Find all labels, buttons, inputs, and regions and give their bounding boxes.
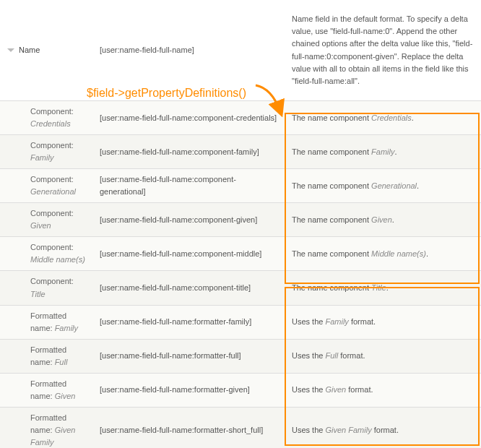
row-description: The name component Generational.: [285, 176, 481, 197]
row-desc-italic: Given Family: [325, 426, 371, 434]
row-label: Component: Credentials: [0, 101, 94, 134]
row-description: The name component Given.: [285, 210, 481, 231]
row-label-italic: Given: [55, 392, 76, 400]
row-description: Uses the Family format.: [285, 311, 481, 332]
row-label-italic: Middle name(s): [30, 255, 85, 264]
row-desc-suffix: format.: [338, 351, 365, 360]
row-desc-suffix: format.: [346, 385, 373, 394]
row-token: [user:name-field-full-name:component-cre…: [94, 108, 285, 129]
row-description: Uses the Given Family format.: [285, 420, 481, 441]
row-label-prefix: Component:: [30, 209, 74, 217]
table-row: Formatted name: Full[user:name-field-ful…: [0, 340, 481, 374]
row-desc-italic: Credentials: [371, 113, 412, 122]
table-row: Component: Given[user:name-field-full-na…: [0, 203, 481, 237]
row-desc-prefix: The name component: [292, 215, 371, 224]
row-label: Formatted name: Full: [0, 340, 94, 373]
row-label-italic: Credentials: [30, 119, 71, 128]
row-description: The name component Middle name(s).: [285, 244, 481, 264]
row-label-italic: Family: [30, 153, 53, 162]
row-desc-prefix: The name component: [292, 147, 371, 156]
row-label-prefix: Component:: [30, 175, 74, 184]
row-label: Component: Generational: [0, 169, 94, 202]
row-label-prefix: Component:: [30, 277, 74, 285]
row-desc-prefix: Uses the: [292, 351, 325, 360]
row-token: [user:name-field-full-name:formatter-giv…: [94, 379, 285, 400]
token-column-header: [user:name-field-full-name]: [94, 40, 285, 61]
expand-caret-icon[interactable]: [7, 48, 14, 52]
row-label: Formatted name: Given Family: [0, 408, 94, 448]
row-desc-italic: Full: [325, 351, 338, 360]
row-description: The name component Title.: [285, 277, 481, 298]
row-label-italic: Family: [55, 324, 78, 332]
row-desc-suffix: .: [394, 147, 396, 156]
row-desc-prefix: The name component: [292, 283, 371, 292]
row-desc-prefix: Uses the: [292, 426, 325, 434]
row-token: [user:name-field-full-name:formatter-sho…: [94, 420, 285, 441]
row-label: Formatted name: Given: [0, 374, 94, 407]
token-row-header: Name [user:name-field-full-name] Name fi…: [0, 0, 481, 101]
row-desc-suffix: .: [412, 113, 414, 122]
row-token: [user:name-field-full-name:component-mid…: [94, 244, 285, 264]
row-token: [user:name-field-full-name:formatter-ful…: [94, 345, 285, 366]
row-description: The name component Credentials.: [285, 108, 481, 129]
table-row: Component: Credentials[user:name-field-f…: [0, 101, 481, 135]
table-row: Component: Generational[user:name-field-…: [0, 169, 481, 203]
table-row: Formatted name: Given Family[user:name-f…: [0, 408, 481, 448]
row-token: [user:name-field-full-name:component-giv…: [94, 210, 285, 231]
row-desc-prefix: Uses the: [292, 385, 325, 394]
row-desc-italic: Given: [325, 385, 346, 394]
row-token: [user:name-field-full-name:component-fam…: [94, 142, 285, 163]
row-label-italic: Title: [30, 290, 46, 298]
row-label-italic: Generational: [30, 187, 76, 196]
row-label-prefix: Component:: [30, 107, 74, 116]
row-desc-prefix: Uses the: [292, 317, 325, 326]
row-label-italic: Given: [30, 221, 51, 230]
row-label: Formatted name: Family: [0, 306, 94, 339]
row-desc-suffix: format.: [372, 426, 399, 434]
row-label: Component: Middle name(s): [0, 237, 94, 270]
row-desc-italic: Title: [371, 283, 386, 292]
row-token: [user:name-field-full-name:formatter-fam…: [94, 311, 285, 332]
row-desc-italic: Generational: [371, 181, 417, 190]
row-desc-suffix: format.: [349, 317, 376, 326]
row-desc-suffix: .: [386, 283, 389, 292]
row-label: Component: Title: [0, 271, 94, 304]
row-desc-suffix: .: [392, 215, 394, 224]
row-desc-italic: Family: [371, 147, 394, 156]
row-label: Component: Family: [0, 135, 94, 168]
row-token: [user:name-field-full-name:component-tit…: [94, 277, 285, 298]
row-desc-prefix: The name component: [292, 249, 371, 258]
table-row: Component: Middle name(s)[user:name-fiel…: [0, 237, 481, 271]
row-desc-prefix: The name component: [292, 181, 371, 190]
row-desc-italic: Middle name(s): [371, 249, 426, 258]
row-desc-italic: Given: [371, 215, 392, 224]
row-label: Component: Given: [0, 203, 94, 236]
row-label-italic: Full: [55, 358, 68, 366]
row-description: Uses the Full format.: [285, 345, 481, 366]
row-desc-prefix: The name component: [292, 113, 371, 122]
table-row: Component: Title[user:name-field-full-na…: [0, 271, 481, 305]
row-desc-suffix: .: [417, 181, 419, 190]
table-row: Component: Family[user:name-field-full-n…: [0, 135, 481, 169]
table-row: Formatted name: Family[user:name-field-f…: [0, 306, 481, 340]
row-label-prefix: Component:: [30, 243, 74, 251]
row-label-prefix: Component:: [30, 141, 74, 150]
row-desc-italic: Family: [325, 317, 348, 326]
row-description: Uses the Given format.: [285, 379, 481, 400]
row-token: [user:name-field-full-name:component-gen…: [94, 169, 285, 202]
description-column-header: Name field in the default format. To spe…: [285, 9, 481, 91]
name-column-header: Name: [19, 44, 40, 56]
row-description: The name component Family.: [285, 142, 481, 163]
table-row: Formatted name: Given[user:name-field-fu…: [0, 374, 481, 408]
row-desc-suffix: .: [426, 249, 428, 258]
